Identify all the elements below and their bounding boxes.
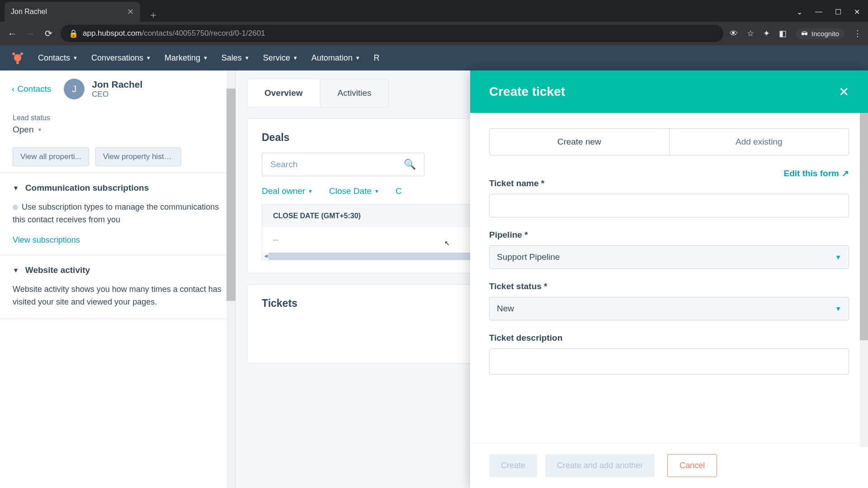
ticket-status-label: Ticket status * [489, 282, 849, 291]
url-path: /contacts/40055750/record/0-1/2601 [142, 29, 265, 38]
nav-sales[interactable]: Sales▼ [222, 53, 250, 63]
url-input[interactable]: 🔒 app.hubspot.com/contacts/40055750/reco… [61, 25, 723, 42]
lead-status-label: Lead status [13, 114, 223, 122]
forward-icon: → [24, 28, 36, 39]
create-button[interactable]: Create [489, 454, 537, 477]
pipeline-label: Pipeline * [489, 230, 849, 240]
view-all-properties-button[interactable]: View all properti... [13, 147, 89, 166]
nav-service[interactable]: Service▼ [263, 53, 298, 63]
lead-status-dropdown[interactable]: Open▼ [13, 125, 223, 135]
nav-reports[interactable]: R [374, 53, 380, 63]
chevron-down-icon: ▼ [13, 267, 19, 274]
tab-create-new[interactable]: Create new [490, 129, 669, 155]
ticket-name-input[interactable] [489, 194, 849, 217]
edit-form-link[interactable]: Edit this form↗ [784, 168, 849, 178]
chevron-down-icon: ▼ [13, 184, 19, 192]
tab-title: Jon Rachel [11, 8, 47, 16]
ticket-status-select[interactable]: New ▼ [489, 297, 849, 320]
close-icon[interactable]: ✕ [839, 84, 849, 99]
create-and-add-another-button[interactable]: Create and add another [545, 454, 655, 477]
search-input[interactable] [270, 160, 404, 169]
communication-subscriptions-body: Use subscription types to manage the com… [13, 201, 223, 226]
browser-tab-strip: Jon Rachel ✕ ＋ ⌄ — ☐ ✕ [0, 0, 868, 22]
back-icon[interactable]: ← [6, 28, 18, 39]
external-link-icon: ↗ [842, 168, 849, 178]
pipeline-select[interactable]: Support Pipeline ▼ [489, 245, 849, 269]
nav-automation[interactable]: Automation▼ [311, 53, 360, 63]
extensions-icon[interactable]: ✦ [763, 28, 770, 38]
filter-create[interactable]: C [396, 186, 402, 196]
reload-icon[interactable]: ⟳ [42, 28, 54, 39]
chevron-down-icon: ▼ [245, 55, 250, 61]
avatar[interactable]: J [64, 79, 85, 99]
close-tab-icon[interactable]: ✕ [127, 7, 134, 17]
contact-title: CEO [92, 90, 142, 99]
chevron-down-icon: ▼ [355, 55, 360, 61]
back-to-contacts-link[interactable]: ‹Contacts [12, 84, 51, 94]
maximize-icon[interactable]: ☐ [835, 8, 841, 16]
add-tab-icon[interactable]: ＋ [148, 8, 158, 22]
nav-conversations[interactable]: Conversations▼ [91, 53, 151, 63]
tab-activities[interactable]: Activities [321, 79, 389, 107]
slideover-scrollbar[interactable] [860, 113, 868, 447]
deals-search[interactable]: 🔍 [262, 153, 425, 176]
chevron-down-icon: ▼ [203, 55, 208, 61]
filter-deal-owner[interactable]: Deal owner▼ [262, 186, 313, 196]
tab-overview[interactable]: Overview [247, 79, 321, 107]
window-controls: ⌄ — ☐ ✕ [797, 2, 868, 22]
url-domain: app.hubspot.com [83, 29, 142, 38]
slideover-footer: Create Create and add another Cancel [470, 443, 868, 488]
incognito-badge[interactable]: 🕶 Incognito [796, 28, 844, 39]
ticket-description-input[interactable] [489, 348, 849, 375]
ticket-name-label: Ticket name * [489, 178, 849, 188]
left-panel-scrollbar[interactable] [226, 70, 236, 488]
slideover-header: Create ticket ✕ [470, 70, 868, 113]
filter-close-date[interactable]: Close Date▼ [329, 186, 379, 196]
chevron-down-icon: ▼ [308, 188, 313, 194]
chevron-down-icon: ▼ [146, 55, 151, 61]
ticket-description-label: Ticket description [489, 333, 849, 343]
chevron-left-icon: ‹ [12, 84, 14, 94]
tab-add-existing[interactable]: Add existing [669, 129, 849, 155]
lock-icon: 🔒 [69, 29, 78, 38]
chevron-down-icon: ▼ [835, 253, 841, 261]
menu-icon[interactable]: ⋮ [854, 28, 862, 38]
chevron-down-icon: ▼ [293, 55, 298, 61]
nav-marketing[interactable]: Marketing▼ [165, 53, 208, 63]
cancel-button[interactable]: Cancel [667, 454, 717, 477]
view-subscriptions-link[interactable]: View subscriptions [13, 235, 80, 245]
star-icon[interactable]: ☆ [747, 28, 754, 38]
left-panel: ‹Contacts J Jon Rachel CEO Lead status O… [0, 70, 236, 488]
search-icon[interactable]: 🔍 [404, 159, 416, 170]
create-mode-toggle: Create new Add existing [489, 128, 849, 155]
communication-subscriptions-toggle[interactable]: ▼Communication subscriptions [13, 183, 223, 193]
app-header: Contacts▼ Conversations▼ Marketing▼ Sale… [0, 45, 868, 70]
chevron-down-icon: ▼ [374, 188, 379, 194]
chevron-down-icon[interactable]: ⌄ [797, 8, 802, 16]
url-bar: ← → ⟳ 🔒 app.hubspot.com/contacts/4005575… [0, 22, 868, 45]
record-tabs: Overview Activities [247, 79, 389, 108]
create-ticket-panel: Create ticket ✕ Create new Add existing … [470, 70, 868, 488]
nav-contacts[interactable]: Contacts▼ [38, 53, 78, 63]
chevron-down-icon: ▼ [73, 55, 78, 61]
incognito-icon: 🕶 [801, 30, 808, 38]
website-activity-body: Website activity shows you how many time… [13, 283, 223, 309]
status-dot-icon [13, 205, 18, 210]
view-property-history-button[interactable]: View property histo... [95, 147, 181, 166]
website-activity-toggle[interactable]: ▼Website activity [13, 265, 223, 275]
chevron-down-icon: ▼ [835, 305, 841, 312]
hubspot-logo-icon[interactable] [11, 51, 24, 65]
close-window-icon[interactable]: ✕ [854, 8, 860, 16]
browser-tab[interactable]: Jon Rachel ✕ [5, 2, 140, 22]
scroll-left-icon[interactable]: ◀ [264, 253, 268, 259]
eye-off-icon[interactable]: 👁 [730, 29, 738, 38]
sidepanel-icon[interactable]: ◧ [779, 28, 787, 38]
incognito-label: Incognito [811, 30, 839, 38]
contact-name: Jon Rachel [92, 79, 142, 90]
slideover-title: Create ticket [489, 84, 565, 99]
chevron-down-icon: ▼ [37, 127, 42, 132]
minimize-icon[interactable]: — [815, 8, 822, 16]
